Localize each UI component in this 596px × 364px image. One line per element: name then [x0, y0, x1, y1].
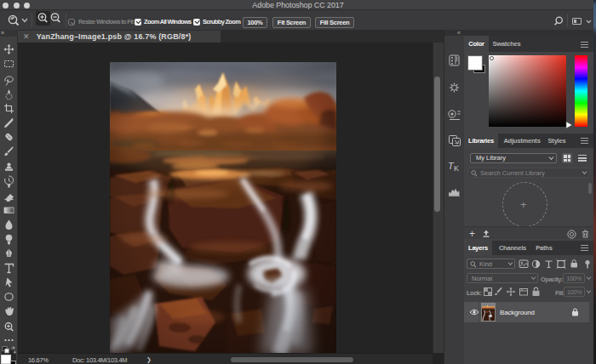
svg-text:K: K — [454, 164, 459, 173]
